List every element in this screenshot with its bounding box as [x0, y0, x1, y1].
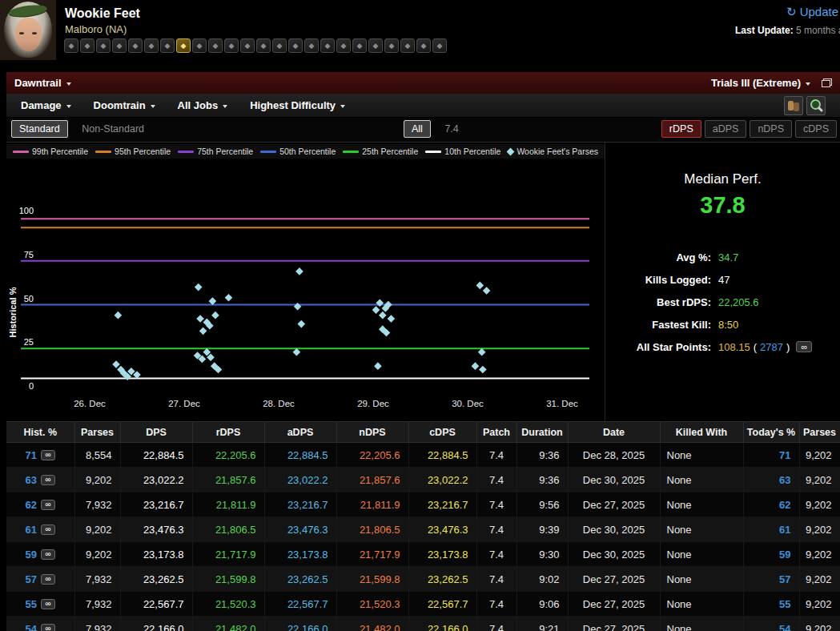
log-link-icon[interactable]: ∞: [41, 599, 55, 609]
parse-point[interactable]: [294, 303, 302, 311]
parse-point[interactable]: [211, 311, 219, 320]
job-icon-crafter[interactable]: ◆: [416, 38, 431, 53]
jobs-dropdown[interactable]: All Jobs: [178, 99, 228, 111]
link-icon[interactable]: ∞: [796, 341, 812, 352]
popout-window-icon[interactable]: [822, 78, 832, 87]
difficulty-dropdown[interactable]: Highest Difficulty: [250, 99, 345, 111]
column-header-adps[interactable]: aDPS: [264, 422, 336, 443]
parse-point[interactable]: [478, 348, 486, 356]
job-icon-reaper[interactable]: ◆: [256, 38, 271, 53]
parse-point[interactable]: [199, 328, 207, 336]
hist-percent-link[interactable]: 54: [26, 623, 37, 631]
hist-percent-link[interactable]: 57: [26, 573, 37, 585]
job-icon-summoner[interactable]: ◆: [352, 38, 367, 53]
filter-non-standard-button[interactable]: Non-Standard: [74, 120, 152, 138]
parse-point[interactable]: [476, 282, 484, 290]
log-link-icon[interactable]: ∞: [41, 450, 55, 460]
column-header-killed-with[interactable]: Killed With: [660, 422, 743, 443]
parse-point[interactable]: [209, 297, 217, 305]
column-header-patch[interactable]: Patch: [476, 422, 516, 443]
today-percent[interactable]: 59: [779, 549, 790, 561]
search-tool-icon[interactable]: [806, 96, 826, 115]
job-icon-scholar[interactable]: ◆: [144, 38, 159, 53]
job-icon-blue-mage[interactable]: ◆: [400, 38, 415, 53]
parse-point[interactable]: [483, 287, 491, 295]
parse-point[interactable]: [293, 348, 301, 356]
log-link-icon[interactable]: ∞: [41, 574, 55, 585]
job-icon-sage[interactable]: ◆: [176, 38, 191, 53]
column-header-parses[interactable]: Parses: [74, 422, 120, 443]
job-icon-black-mage[interactable]: ◆: [336, 38, 351, 53]
update-button[interactable]: ↻Update: [786, 5, 838, 19]
column-header-date[interactable]: Date: [568, 422, 660, 443]
parse-point[interactable]: [372, 306, 380, 314]
server-name[interactable]: Malboro (NA): [65, 23, 127, 35]
filter-all-patches-button[interactable]: All: [404, 120, 431, 138]
today-percent[interactable]: 55: [779, 598, 790, 610]
parse-point[interactable]: [479, 366, 487, 374]
column-header-today-s-[interactable]: Today's %: [743, 422, 799, 443]
job-icon-dancer[interactable]: ◆: [320, 38, 335, 53]
boss-dropdown[interactable]: Doomtrain: [94, 99, 155, 111]
job-icon-gunbreaker[interactable]: ◆: [112, 38, 127, 53]
metric-button-adps[interactable]: aDPS: [705, 120, 747, 138]
column-header-dps[interactable]: DPS: [120, 422, 192, 443]
job-icon-pictomancer[interactable]: ◆: [384, 38, 399, 53]
parse-point[interactable]: [115, 311, 123, 320]
parse-point[interactable]: [225, 294, 233, 302]
log-link-icon[interactable]: ∞: [41, 500, 55, 510]
job-icon-dark-knight[interactable]: ◆: [96, 38, 111, 53]
parse-point[interactable]: [379, 311, 387, 320]
job-icon-monk[interactable]: ◆: [192, 38, 207, 53]
metric-button-rdps[interactable]: rDPS: [661, 120, 701, 138]
today-percent[interactable]: 71: [779, 449, 790, 461]
column-header-parses[interactable]: Parses: [799, 422, 840, 443]
column-header-cdps[interactable]: cDPS: [408, 422, 476, 443]
job-icon-viper[interactable]: ◆: [272, 38, 287, 53]
job-icon-machinist[interactable]: ◆: [304, 38, 319, 53]
log-link-icon[interactable]: ∞: [41, 624, 55, 631]
job-icon-paladin[interactable]: ◆: [64, 38, 78, 53]
parse-point[interactable]: [298, 320, 306, 328]
job-icon-white-mage[interactable]: ◆: [128, 38, 143, 53]
hist-percent-link[interactable]: 59: [26, 549, 37, 561]
job-icon-red-mage[interactable]: ◆: [368, 38, 383, 53]
metric-button-ndps[interactable]: nDPS: [750, 120, 792, 138]
parse-point[interactable]: [195, 283, 203, 291]
expansion-dropdown[interactable]: Dawntrail: [14, 77, 71, 89]
log-link-icon[interactable]: ∞: [41, 549, 55, 560]
hist-percent-link[interactable]: 61: [26, 524, 37, 536]
job-icon-gatherer[interactable]: ◆: [432, 38, 447, 53]
today-percent[interactable]: 62: [779, 499, 790, 511]
column-header-rdps[interactable]: rDPS: [192, 422, 264, 443]
today-percent[interactable]: 61: [779, 524, 790, 536]
metric-dropdown[interactable]: Damage: [21, 99, 71, 111]
stat-value-part[interactable]: 2787: [760, 341, 783, 353]
log-link-icon[interactable]: ∞: [41, 475, 55, 485]
job-icon-ninja[interactable]: ◆: [224, 38, 239, 53]
parse-point[interactable]: [374, 362, 382, 370]
job-icon-astrologian[interactable]: ◆: [160, 38, 175, 53]
job-icon-bard[interactable]: ◆: [288, 38, 303, 53]
today-percent[interactable]: 54: [779, 623, 790, 631]
parse-point[interactable]: [196, 315, 204, 323]
column-header-ndps[interactable]: nDPS: [336, 422, 408, 443]
parse-point[interactable]: [295, 267, 303, 275]
metric-button-cdps[interactable]: cDPS: [795, 120, 837, 138]
column-header-hist-[interactable]: Hist. %: [6, 422, 74, 443]
hist-percent-link[interactable]: 55: [26, 598, 37, 610]
parse-point[interactable]: [472, 362, 480, 370]
log-link-icon[interactable]: ∞: [41, 524, 55, 535]
parse-point[interactable]: [376, 299, 384, 307]
filter-patch-button[interactable]: 7.4: [436, 120, 466, 138]
today-percent[interactable]: 57: [779, 573, 790, 585]
zone-dropdown[interactable]: Trials III (Extreme): [711, 77, 810, 89]
today-percent[interactable]: 63: [779, 474, 790, 486]
job-icon-dragoon[interactable]: ◆: [208, 38, 223, 53]
hist-percent-link[interactable]: 71: [26, 449, 37, 461]
column-header-duration[interactable]: Duration: [516, 422, 568, 443]
job-icon-samurai[interactable]: ◆: [240, 38, 255, 53]
filter-standard-button[interactable]: Standard: [11, 120, 68, 138]
parse-point[interactable]: [388, 315, 396, 323]
characters-tool-icon[interactable]: [784, 96, 803, 115]
